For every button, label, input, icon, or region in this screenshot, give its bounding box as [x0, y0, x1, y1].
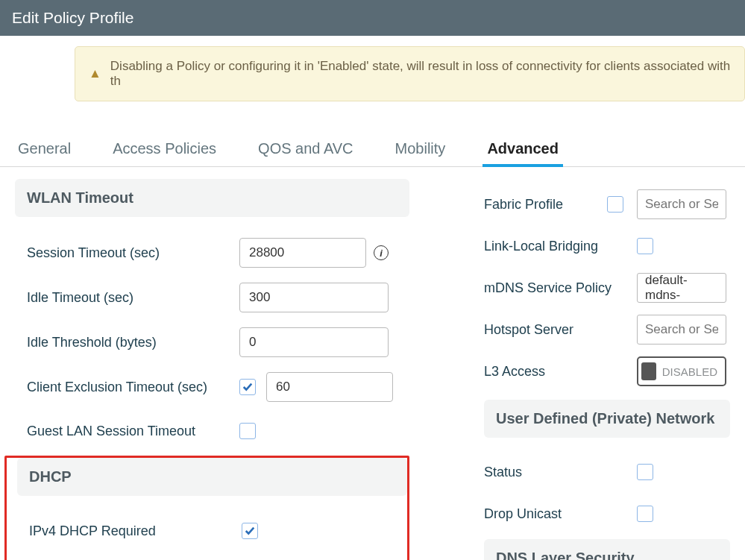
idle-threshold-label: Idle Threshold (bytes): [27, 335, 239, 350]
row-mdns-policy: mDNS Service Policy default-mdns-: [484, 267, 730, 309]
right-column: Fabric Profile Link-Local Bridging mDNS …: [484, 179, 730, 560]
session-timeout-label: Session Timeout (sec): [27, 245, 239, 261]
modal-title: Edit Policy Profile: [12, 9, 133, 26]
link-local-label: Link-Local Bridging: [484, 239, 637, 254]
left-column: WLAN Timeout Session Timeout (sec) i Idl…: [15, 179, 409, 560]
content-area: ▲ Disabling a Policy or configuring it i…: [0, 46, 745, 560]
client-exclusion-label: Client Exclusion Timeout (sec): [27, 380, 239, 395]
hotspot-select[interactable]: [637, 315, 726, 345]
fabric-profile-select[interactable]: [637, 189, 726, 219]
row-idle-threshold: Idle Threshold (bytes): [15, 320, 409, 365]
form-body: WLAN Timeout Session Timeout (sec) i Idl…: [0, 167, 745, 560]
tab-advanced[interactable]: Advanced: [484, 134, 562, 166]
status-checkbox[interactable]: [637, 464, 653, 480]
row-drop-unicast: Drop Unicast: [484, 493, 730, 535]
link-local-checkbox[interactable]: [637, 238, 653, 254]
hotspot-label: Hotspot Server: [484, 322, 637, 338]
guest-lan-checkbox[interactable]: [239, 423, 256, 439]
row-l3-access: L3 Access DISABLED: [484, 350, 730, 392]
ipv4-dhcp-required-label: IPv4 DHCP Required: [29, 523, 242, 539]
row-fabric-profile: Fabric Profile: [484, 183, 730, 225]
fabric-profile-label: Fabric Profile: [484, 197, 607, 213]
mdns-select[interactable]: default-mdns-: [637, 273, 726, 303]
tab-general[interactable]: General: [15, 134, 74, 166]
guest-lan-label: Guest LAN Session Timeout: [27, 424, 239, 439]
client-exclusion-checkbox[interactable]: [239, 379, 256, 395]
warning-icon: ▲: [89, 66, 101, 81]
row-client-exclusion: Client Exclusion Timeout (sec): [15, 365, 409, 409]
row-idle-timeout: Idle Timeout (sec): [15, 275, 409, 320]
tab-qos-avc[interactable]: QOS and AVC: [255, 134, 356, 166]
drop-unicast-label: Drop Unicast: [484, 506, 637, 522]
mdns-label: mDNS Service Policy: [484, 280, 637, 296]
idle-threshold-input[interactable]: [239, 327, 389, 357]
tab-mobility[interactable]: Mobility: [392, 134, 449, 166]
drop-unicast-checkbox[interactable]: [637, 506, 653, 522]
client-exclusion-input[interactable]: [266, 372, 393, 402]
row-dhcp-server-ip: DHCP Server IP Address: [17, 553, 407, 560]
l3-access-label: L3 Access: [484, 364, 637, 380]
modal-header: Edit Policy Profile: [0, 0, 745, 36]
row-ipv4-dhcp-required: IPv4 DHCP Required: [17, 509, 407, 553]
dhcp-highlight-box: DHCP IPv4 DHCP Required DHCP Server IP A…: [4, 456, 409, 560]
warning-banner: ▲ Disabling a Policy or configuring it i…: [75, 46, 745, 101]
ipv4-dhcp-required-checkbox[interactable]: [242, 523, 258, 539]
idle-timeout-label: Idle Timeout (sec): [27, 290, 239, 306]
row-hotspot-server: Hotspot Server: [484, 309, 730, 350]
tab-bar: General Access Policies QOS and AVC Mobi…: [0, 134, 745, 167]
idle-timeout-input[interactable]: [239, 283, 389, 312]
l3-access-toggle[interactable]: DISABLED: [637, 356, 726, 386]
tab-access-policies[interactable]: Access Policies: [110, 134, 219, 166]
l3-access-state: DISABLED: [662, 365, 717, 378]
section-dhcp: DHCP: [17, 458, 407, 496]
row-link-local-bridging: Link-Local Bridging: [484, 225, 730, 267]
section-dns-layer: DNS Layer Security: [484, 539, 730, 560]
status-label: Status: [484, 465, 637, 480]
section-wlan-timeout: WLAN Timeout: [15, 179, 409, 217]
row-guest-lan: Guest LAN Session Timeout: [15, 409, 409, 453]
toggle-thumb: [641, 362, 656, 380]
section-udn: User Defined (Private) Network: [484, 400, 730, 438]
info-icon[interactable]: i: [374, 245, 389, 260]
session-timeout-input[interactable]: [239, 238, 366, 268]
row-session-timeout: Session Timeout (sec) i: [15, 230, 409, 275]
warning-text: Disabling a Policy or configuring it in …: [110, 59, 731, 89]
row-status: Status: [484, 451, 730, 493]
fabric-profile-checkbox[interactable]: [607, 196, 623, 213]
